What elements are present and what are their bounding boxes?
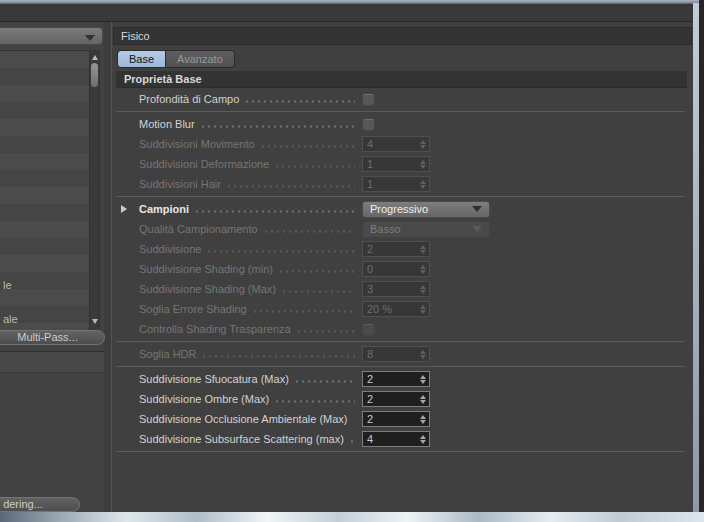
number-value: 4 <box>363 138 417 150</box>
tab-avanzato[interactable]: Avanzato <box>166 50 235 68</box>
stepper-down-icon <box>420 145 426 149</box>
number-input: 8 <box>362 346 430 362</box>
param-row: Suddivisione Occlusione Ambientale (Max)… <box>112 409 693 429</box>
number-value: 0 <box>363 263 417 275</box>
stepper-down-icon <box>420 310 426 314</box>
settings-category-list[interactable]: leale <box>0 50 100 331</box>
number-value: 4 <box>363 433 417 445</box>
scroll-down-icon[interactable] <box>92 319 98 324</box>
stepper-up-icon <box>420 160 426 164</box>
param-control-slot: 1 <box>362 156 693 172</box>
scroll-up-icon[interactable] <box>92 55 98 60</box>
stepper <box>417 160 429 169</box>
stepper-up-icon[interactable] <box>420 435 426 439</box>
number-input: 3 <box>362 281 430 297</box>
dropdown-value: Progressivo <box>370 203 472 215</box>
param-row: Profondità di Campo <box>112 89 693 109</box>
number-value: 2 <box>363 393 417 405</box>
stepper-up-icon <box>420 265 426 269</box>
scrollbar-thumb[interactable] <box>91 63 98 87</box>
list-scrollbar[interactable] <box>89 51 99 330</box>
number-input[interactable]: 2 <box>362 411 430 427</box>
stepper[interactable] <box>417 435 429 444</box>
stepper-up-icon[interactable] <box>420 375 426 379</box>
number-input: 2 <box>362 241 430 257</box>
checkbox <box>362 323 375 336</box>
number-input[interactable]: 2 <box>362 391 430 407</box>
tab-base[interactable]: Base <box>117 50 166 68</box>
number-input[interactable]: 4 <box>362 431 430 447</box>
stepper[interactable] <box>417 415 429 424</box>
number-value: 2 <box>363 243 417 255</box>
stepper-up-icon[interactable] <box>420 415 426 419</box>
stepper <box>417 140 429 149</box>
group-divider <box>116 451 685 452</box>
background-window-edge <box>0 512 704 522</box>
param-row: Soglia HDR8 <box>112 344 693 364</box>
section-header: Proprietà Base <box>116 71 687 88</box>
render-button[interactable]: dering... <box>0 497 80 512</box>
group-divider <box>116 111 685 112</box>
panel-title: Fisico <box>113 27 692 45</box>
number-input[interactable]: 2 <box>362 371 430 387</box>
stepper[interactable] <box>417 395 429 404</box>
param-control-slot <box>362 323 693 336</box>
stepper-up-icon[interactable] <box>420 395 426 399</box>
stepper[interactable] <box>417 375 429 384</box>
list-item[interactable]: ale <box>3 313 18 325</box>
param-row: Controlla Shading Trasparenza <box>112 319 693 339</box>
param-label: Qualità Campionamento <box>139 223 258 235</box>
chevron-down-icon <box>472 206 482 212</box>
param-label: Soglia HDR <box>139 348 196 360</box>
group-divider <box>116 196 685 197</box>
param-label: Suddivisione <box>139 243 201 255</box>
param-label: Suddivisione Ombre (Max) <box>139 393 269 405</box>
dropdown-select: Basso <box>362 221 490 238</box>
number-value: 2 <box>363 373 417 385</box>
number-input: 0 <box>362 261 430 277</box>
group-divider <box>116 366 685 367</box>
render-preset-dropdown[interactable] <box>0 27 103 45</box>
settings-sidebar: leale Multi-Pass... dering... <box>0 22 104 512</box>
stepper-down-icon <box>420 165 426 169</box>
sidebar-section-band <box>0 352 104 373</box>
expand-arrow-icon[interactable] <box>121 205 127 213</box>
number-input: 20 % <box>362 301 430 317</box>
dropdown-select[interactable]: Progressivo <box>362 201 490 218</box>
stepper-up-icon <box>420 350 426 354</box>
param-label: Suddivisioni Movimento <box>139 138 255 150</box>
number-input: 4 <box>362 136 430 152</box>
checkbox[interactable] <box>362 93 375 106</box>
dot-leader <box>194 206 355 216</box>
param-label: Suddivisioni Deformazione <box>139 158 269 170</box>
param-control-slot: 0 <box>362 261 693 277</box>
checkbox[interactable] <box>362 118 375 131</box>
window-right-border <box>699 0 704 522</box>
stepper-down-icon <box>420 290 426 294</box>
list-item[interactable]: le <box>3 279 12 291</box>
dot-leader <box>252 306 355 316</box>
stepper-up-icon <box>420 285 426 289</box>
multi-pass-button[interactable]: Multi-Pass... <box>0 330 105 345</box>
stepper-up-icon <box>420 140 426 144</box>
dot-leader <box>294 376 355 386</box>
param-row: Suddivisione Shading (Max)3 <box>112 279 693 299</box>
chevron-down-icon <box>472 226 482 232</box>
dot-leader <box>274 161 355 171</box>
dropdown-value: Basso <box>370 223 472 235</box>
param-control-slot: Basso <box>362 221 693 238</box>
stepper-down-icon[interactable] <box>420 380 426 384</box>
param-label: Campioni <box>139 203 189 215</box>
stepper-down-icon[interactable] <box>420 440 426 444</box>
stepper-up-icon <box>420 180 426 184</box>
stepper-down-icon[interactable] <box>420 420 426 424</box>
stepper-down-icon <box>420 270 426 274</box>
param-row: Qualità CampionamentoBasso <box>112 219 693 239</box>
stepper-down-icon[interactable] <box>420 400 426 404</box>
dot-leader <box>260 141 355 151</box>
number-input: 1 <box>362 156 430 172</box>
param-control-slot: 2 <box>362 371 693 387</box>
tab-bar: Base Avanzato <box>117 50 693 68</box>
param-control-slot: 4 <box>362 431 693 447</box>
param-row: Suddivisione2 <box>112 239 693 259</box>
